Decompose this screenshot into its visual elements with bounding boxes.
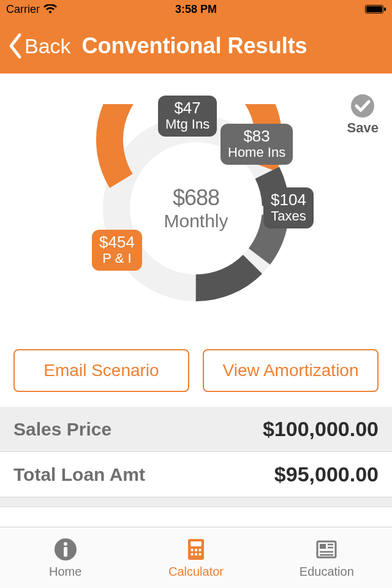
bubble-home-insurance-label: Home Ins: [228, 145, 285, 160]
results-table: Sales Price $100,000.00 Total Loan Amt $…: [0, 407, 392, 507]
content: Save $688 Monthly $454 P & I: [0, 80, 392, 507]
back-button[interactable]: Back: [7, 32, 71, 59]
row-partial: [0, 497, 392, 507]
back-label: Back: [24, 34, 71, 58]
tab-calculator-label: Calculator: [168, 565, 224, 579]
bubble-mortgage-insurance-label: Mtg Ins: [165, 117, 209, 132]
nav-bar: Back Conventional Results: [0, 18, 392, 74]
tab-education[interactable]: Education: [262, 527, 392, 588]
row-total-loan-amt: Total Loan Amt $95,000.00: [0, 452, 392, 497]
calculator-icon: [183, 537, 209, 562]
bubble-p-and-i-amount: $454: [99, 233, 135, 251]
svg-point-13: [190, 553, 193, 556]
svg-rect-17: [320, 544, 326, 549]
svg-rect-7: [64, 547, 67, 557]
bubble-taxes-amount: $104: [271, 191, 306, 209]
svg-point-12: [198, 549, 201, 551]
view-amortization-button[interactable]: View Amortization: [203, 349, 379, 392]
monthly-amount: $688: [173, 185, 219, 211]
status-bar: Carrier 3:58 PM: [0, 0, 392, 18]
svg-point-11: [195, 549, 197, 551]
tab-home[interactable]: Home: [0, 527, 130, 588]
svg-rect-1: [366, 6, 382, 12]
donut-chart: $688 Monthly $454 P & I $47 Mtg Ins $83 …: [0, 80, 392, 337]
monthly-period: Monthly: [164, 211, 228, 232]
svg-point-14: [195, 553, 197, 556]
svg-rect-2: [384, 7, 386, 11]
row-sales-price-label: Sales Price: [13, 419, 111, 440]
tab-education-label: Education: [300, 565, 354, 579]
bubble-home-insurance: $83 Home Ins: [221, 124, 293, 165]
row-total-loan-amt-value: $95,000.00: [274, 462, 379, 486]
bubble-p-and-i: $454 P & I: [92, 230, 142, 271]
row-sales-price: Sales Price $100,000.00: [0, 407, 392, 452]
email-scenario-button[interactable]: Email Scenario: [13, 349, 189, 392]
bubble-p-and-i-label: P & I: [99, 251, 135, 266]
bubble-mortgage-insurance: $47 Mtg Ins: [158, 96, 217, 137]
page-title: Conventional Results: [82, 33, 307, 59]
newspaper-icon: [314, 537, 339, 562]
clock: 3:58 PM: [0, 3, 392, 16]
carrier-label: Carrier: [6, 3, 40, 16]
chevron-back-icon: [7, 32, 23, 59]
row-sales-price-value: $100,000.00: [263, 417, 379, 441]
svg-rect-9: [190, 541, 202, 546]
svg-point-10: [190, 549, 193, 551]
wifi-icon: [43, 4, 57, 14]
tab-calculator[interactable]: Calculator: [130, 527, 261, 588]
battery-icon: [365, 5, 386, 13]
svg-point-6: [64, 542, 67, 546]
tab-bar: Home Calculator Education: [0, 527, 392, 588]
bubble-taxes-label: Taxes: [271, 209, 306, 224]
info-icon: [53, 537, 78, 562]
row-total-loan-amt-label: Total Loan Amt: [13, 464, 145, 485]
bubble-taxes: $104 Taxes: [263, 187, 314, 228]
bubble-mortgage-insurance-amount: $47: [165, 99, 209, 117]
tab-home-label: Home: [49, 565, 81, 579]
bubble-home-insurance-amount: $83: [228, 127, 285, 145]
svg-point-15: [198, 553, 201, 556]
